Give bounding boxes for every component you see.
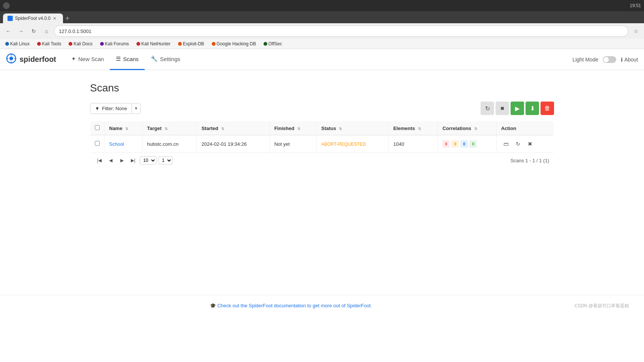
prev-page-button[interactable]: ◀ — [106, 156, 115, 165]
svg-point-1 — [9, 57, 13, 60]
last-page-button[interactable]: ▶| — [129, 156, 138, 165]
row-delete-row-button[interactable]: ✖ — [525, 139, 535, 149]
nav-new-scan[interactable]: ✦ New Scan — [65, 49, 110, 70]
footer-watermark: CSDN @香甜可口草莓蛋糕 — [574, 303, 629, 309]
correlation-badge-red: 0 — [442, 140, 450, 148]
bookmark-kali-docs[interactable]: Kali Docs — [66, 40, 95, 47]
forward-button[interactable]: → — [16, 26, 26, 36]
light-mode-toggle[interactable] — [603, 56, 616, 63]
refresh-button[interactable]: ↻ — [481, 102, 494, 115]
reload-button[interactable]: ↻ — [28, 26, 39, 36]
next-page-button[interactable]: ▶ — [117, 156, 126, 165]
row-archive-button[interactable]: 🗃 — [501, 139, 511, 149]
name-sort-icon[interactable]: ⇅ — [125, 127, 128, 131]
bookmark-kali-forums[interactable]: Kali Forums — [98, 40, 131, 47]
bookmark-exploit-db-label: Exploit-DB — [183, 41, 204, 46]
select-all-header[interactable] — [90, 121, 105, 135]
bookmark-button[interactable]: ☆ — [631, 26, 641, 36]
browser-toolbar: ← → ↻ ⌂ ☆ — [0, 23, 644, 39]
filter-label: ▼ Filter: None — [90, 103, 132, 114]
col-started: Started ⇅ — [197, 121, 270, 135]
scan-name-link[interactable]: School — [109, 141, 124, 147]
row-elements: 1040 — [393, 141, 404, 147]
finished-sort-icon[interactable]: ⇅ — [297, 127, 300, 131]
correlation-badge-orange: 0 — [451, 140, 459, 148]
row-refresh-button[interactable]: ↻ — [513, 139, 523, 149]
col-status: Status ⇅ — [317, 121, 389, 135]
col-finished: Finished ⇅ — [270, 121, 316, 135]
bookmark-kali-forums-label: Kali Forums — [105, 41, 129, 46]
per-page-select[interactable]: 10 25 50 — [140, 156, 156, 165]
bookmark-kali-docs-label: Kali Docs — [73, 41, 93, 46]
status-badge: ABORT-REQUESTED — [321, 142, 366, 147]
browser-tabs: SpiderFoot v4.0.0 ✕ + — [3, 13, 641, 23]
row-started-cell: 2024-02-01 19:34:26 — [197, 135, 270, 153]
delete-button[interactable]: 🗑 — [541, 102, 554, 115]
about-link[interactable]: ℹ About — [621, 57, 638, 63]
home-button[interactable]: ⌂ — [41, 26, 52, 36]
correlation-badge-blue: 0 — [460, 140, 468, 148]
nav-scans[interactable]: ☰ Scans — [110, 49, 145, 70]
bookmark-offsec[interactable]: OffSec — [261, 40, 284, 47]
footer-link[interactable]: Check out the SpiderFoot documentation t… — [217, 303, 372, 308]
status-sort-icon[interactable]: ⇅ — [339, 127, 342, 131]
bookmark-kali-linux-label: Kali Linux — [10, 41, 30, 46]
correlation-badge-green: 0 — [469, 140, 477, 148]
row-finished: Not yet — [274, 141, 290, 147]
bookmark-exploit-db[interactable]: Exploit-DB — [176, 40, 207, 47]
filter-button[interactable]: ▼ Filter: None ▾ — [90, 103, 141, 114]
active-browser-tab[interactable]: SpiderFoot v4.0.0 ✕ — [3, 13, 63, 23]
scans-toolbar: ▼ Filter: None ▾ ↻ ■ ▶ ⬇ 🗑 — [90, 102, 554, 115]
light-mode-label: Light Mode — [572, 57, 598, 63]
about-label: About — [624, 57, 638, 63]
page-number-select[interactable]: 1 — [159, 156, 172, 165]
row-target: hubstc.com.cn — [147, 141, 178, 147]
nav-settings[interactable]: 🔧 Settings — [145, 49, 186, 70]
app-logo-text: spiderfoot — [19, 55, 56, 64]
started-sort-icon[interactable]: ⇅ — [221, 127, 224, 131]
run-button[interactable]: ▶ — [511, 102, 524, 115]
row-target-cell: hubstc.com.cn — [142, 135, 197, 153]
select-all-checkbox[interactable] — [95, 125, 100, 130]
app-navbar: spiderfoot ✦ New Scan ☰ Scans 🔧 Settings… — [0, 49, 644, 70]
page-title: Scans — [90, 82, 554, 94]
new-tab-button[interactable]: + — [64, 14, 71, 23]
download-button[interactable]: ⬇ — [526, 102, 539, 115]
back-button[interactable]: ← — [3, 26, 13, 36]
bookmark-google-hacking-db-label: Google Hacking DB — [217, 41, 256, 46]
elements-sort-icon[interactable]: ⇅ — [418, 127, 421, 131]
bookmark-kali-nethunter-icon — [136, 42, 140, 46]
url-bar[interactable] — [54, 25, 628, 37]
scans-label: Scans — [123, 56, 139, 62]
footer-text: Check out the SpiderFoot documentation t… — [217, 303, 372, 308]
bookmark-kali-docs-icon — [69, 42, 72, 46]
settings-label: Settings — [160, 56, 180, 62]
first-page-button[interactable]: |◀ — [95, 156, 104, 165]
row-checkbox[interactable] — [95, 141, 100, 146]
bookmark-kali-tools[interactable]: Kali Tools — [35, 40, 63, 47]
stop-button[interactable]: ■ — [496, 102, 509, 115]
footer-icon: 🎓 — [210, 303, 216, 308]
row-actions: 🗃 ↻ ✖ — [501, 139, 549, 149]
target-sort-icon[interactable]: ⇅ — [165, 127, 168, 131]
row-started: 2024-02-01 19:34:26 — [201, 141, 247, 147]
col-correlations: Correlations ⇅ — [438, 121, 496, 135]
filter-icon: ▼ — [95, 106, 100, 111]
settings-icon: 🔧 — [151, 55, 158, 62]
bookmark-kali-tools-label: Kali Tools — [42, 41, 61, 46]
row-checkbox-cell[interactable] — [90, 135, 105, 153]
bookmark-google-hacking-db[interactable]: Google Hacking DB — [210, 40, 258, 47]
pagination-cell: |◀ ◀ ▶ ▶| 10 25 50 1 — [90, 153, 554, 168]
app-footer: 🎓 Check out the SpiderFoot documentation… — [0, 295, 644, 316]
row-action-cell: 🗃 ↻ ✖ — [496, 135, 554, 153]
bookmark-kali-linux[interactable]: Kali Linux — [3, 40, 32, 47]
tab-close-button[interactable]: ✕ — [53, 16, 56, 21]
row-finished-cell: Not yet — [270, 135, 316, 153]
correlations-sort-icon[interactable]: ⇅ — [474, 127, 477, 131]
app-logo[interactable]: spiderfoot — [6, 53, 56, 66]
bookmark-kali-nethunter[interactable]: Kali NetHunter — [134, 40, 173, 47]
bookmark-kali-tools-icon — [37, 42, 41, 46]
bookmark-kali-nethunter-label: Kali NetHunter — [141, 41, 171, 46]
correlation-badges: 0 0 0 0 — [442, 140, 491, 148]
filter-dropdown-button[interactable]: ▾ — [132, 103, 140, 113]
